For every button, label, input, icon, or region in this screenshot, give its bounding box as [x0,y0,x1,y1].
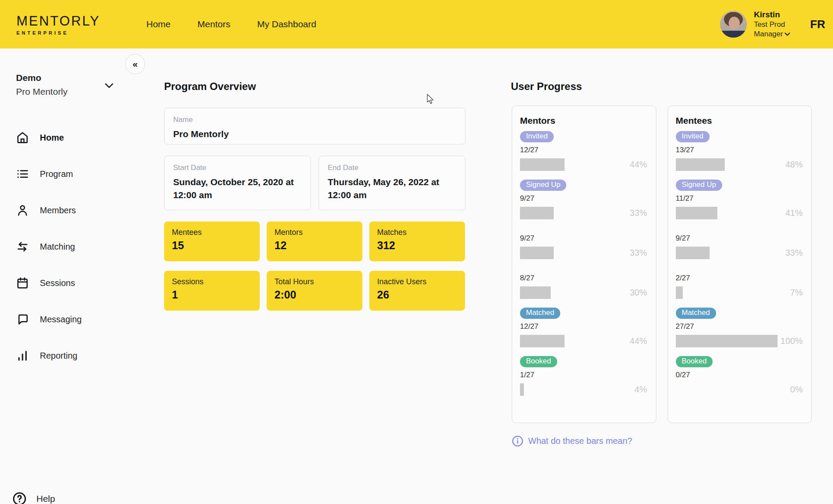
chevron-down-icon [785,29,790,39]
stage-badge: Signed Up [676,180,722,191]
progress-stage: 9/27 33% [520,234,647,259]
progress-bar-fill [520,207,554,219]
top-nav-item-my-dashboard[interactable]: My Dashboard [257,19,316,29]
sidebar-item-messaging[interactable]: Messaging [16,313,120,326]
end-date-field[interactable]: End Date Thursday, May 26, 2022 at 12:00… [319,156,465,210]
sidebar-item-program[interactable]: Program [16,167,120,180]
progress-card-mentees: Mentees Invited 13/27 48% Signed Up 11/2… [668,106,812,423]
progress-stage-signed-up: Signed Up 9/27 33% [520,180,647,219]
top-bar: MENTORLY ENTERPRISE HomeMentorsMy Dashbo… [0,0,833,48]
stage-count: 2/27 [676,274,803,282]
progress-stage-booked: Booked 1/27 4% [520,356,647,396]
progress-bar-row: 4% [520,383,647,396]
stat-card-matches[interactable]: Matches 312 [369,222,465,261]
progress-bar-percent: 44% [630,335,647,347]
progress-bar-fill [676,158,725,171]
stage-badge: Matched [676,308,716,319]
progress-stage: 2/27 7% [676,274,803,299]
avatar[interactable] [720,11,747,38]
stage-count: 12/27 [520,322,647,331]
stat-card-sessions[interactable]: Sessions 1 [164,271,260,311]
sidebar-item-members[interactable]: Members [16,204,120,217]
program-name-field[interactable]: Name Pro Mentorly [164,108,465,144]
start-date-value: Sunday, October 25, 2020 at 12:00 am [173,176,302,202]
progress-bar-percent: 30% [630,286,647,299]
stat-label: Total Hours [274,277,355,286]
progress-bar-fill [520,335,565,347]
sidebar-collapse-button[interactable]: « [125,54,145,74]
stage-count: 9/27 [676,234,803,243]
bar-chart-icon [16,349,29,362]
sidebar-item-matching[interactable]: Matching [16,240,120,253]
sidebar-item-reporting[interactable]: Reporting [16,349,120,362]
stat-label: Matches [377,228,457,237]
stage-count: 9/27 [520,194,647,203]
progress-bar-percent: 4% [635,383,647,396]
stat-label: Mentors [274,228,355,237]
stat-label: Inactive Users [377,277,457,286]
progress-bar-percent: 0% [790,383,803,396]
calendar-icon [16,276,29,289]
start-date-field[interactable]: Start Date Sunday, October 25, 2020 at 1… [164,156,311,210]
progress-stage-matched: Matched 27/27 100% [676,308,803,347]
end-date-label: End Date [328,164,456,172]
name-field-value: Pro Mentorly [173,128,456,141]
start-date-label: Start Date [173,164,302,172]
progress-stage-signed-up: Signed Up 11/27 41% [676,180,803,219]
progress-bar-fill [520,158,565,171]
stat-card-mentees[interactable]: Mentees 15 [164,222,260,261]
progress-bar-row: 30% [520,286,647,299]
logo-subtitle: ENTERPRISE [16,30,130,35]
program-switcher-title: Demo [16,73,116,83]
stage-count: 27/27 [676,322,803,331]
progress-stage: 9/27 33% [676,234,803,259]
progress-bar-percent: 48% [785,158,803,171]
sidebar-item-sessions[interactable]: Sessions [16,276,120,289]
progress-bar-row: 48% [676,158,803,171]
progress-card-mentors: Mentors Invited 12/27 44% Signed Up 9/27… [512,106,656,423]
progress-bar-percent: 100% [781,335,803,347]
progress-bar-fill [676,207,717,219]
language-toggle-fr[interactable]: FR [810,18,825,31]
progress-bar-percent: 33% [630,207,647,219]
stat-label: Mentees [172,228,252,237]
help-icon [12,491,27,504]
progress-bar-fill [676,335,778,347]
progress-bar-row: 44% [520,158,647,171]
sidebar-nav: Home Program Members Matching Sessions M… [16,131,120,385]
user-menu[interactable]: Kirstin Test Prod Manager [754,10,799,39]
stat-card-total-hours[interactable]: Total Hours 2:00 [267,271,362,311]
stage-count: 0/27 [676,371,803,379]
stat-value: 12 [274,239,355,252]
progress-stage-invited: Invited 13/27 48% [676,131,803,171]
progress-bar-row: 7% [676,286,803,299]
home-icon [16,131,29,144]
stage-count: 9/27 [520,234,647,243]
program-switcher[interactable]: Demo Pro Mentorly [16,73,116,97]
bars-info-link-text: What do these bars mean? [528,436,632,446]
progress-bar-row: 33% [676,247,803,259]
stat-card-mentors[interactable]: Mentors 12 [267,222,362,261]
progress-bar-row: 0% [676,383,803,396]
stat-value: 26 [377,289,457,301]
stage-badge: Matched [520,308,560,319]
stat-card-inactive-users[interactable]: Inactive Users 26 [369,271,465,311]
end-date-value: Thursday, May 26, 2022 at 12:00 am [328,176,456,202]
stage-count: 8/27 [520,274,647,282]
progress-card-title: Mentors [520,116,647,126]
top-nav-item-mentors[interactable]: Mentors [197,19,230,29]
progress-stage-matched: Matched 12/27 44% [520,308,647,347]
mentorly-logo[interactable]: MENTORLY ENTERPRISE [16,13,130,35]
top-nav-item-home[interactable]: Home [146,19,171,29]
sidebar-item-help[interactable]: Help [12,491,55,504]
logo-title: MENTORLY [16,13,130,29]
mouse-cursor [426,94,437,107]
progress-bar-fill [520,286,551,299]
top-nav: HomeMentorsMy Dashboard [146,19,316,29]
progress-bar-row: 33% [520,247,647,259]
sidebar-item-home[interactable]: Home [16,131,120,144]
stage-count: 12/27 [520,146,647,154]
stage-badge: Invited [520,131,554,142]
bars-info-link[interactable]: What do these bars mean? [512,435,632,447]
top-right-area: Kirstin Test Prod Manager FR [720,10,828,39]
